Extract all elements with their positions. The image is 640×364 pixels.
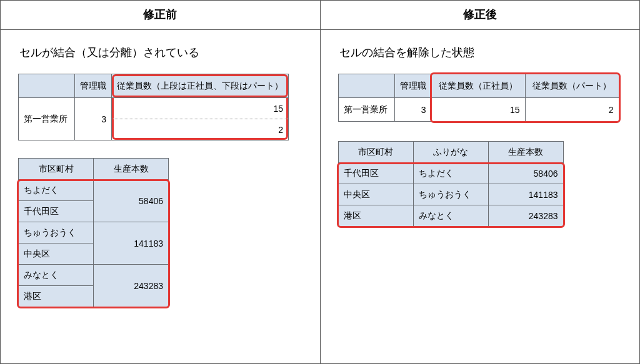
after-body: セルの結合を解除した状態 管理職 従業員数（正社員） 従業員数（パート） 第一営… xyxy=(321,30,640,241)
before-body: セルが結合（又は分離）されている 管理職 従業員数（上段は正社員、下段はパート）… xyxy=(1,30,320,322)
cell-qty-2: 243283 xyxy=(488,205,563,227)
cell-kana-1: ちゅうおうく xyxy=(413,184,488,205)
cell-ward-2: 港区 xyxy=(338,205,413,227)
col-manager: 管理職 xyxy=(394,74,431,98)
col-ward: 市区町村 xyxy=(338,142,413,163)
cell-qty-0: 58406 xyxy=(488,163,563,184)
cell-qty-1: 141183 xyxy=(94,222,169,265)
row-label: 第一営業所 xyxy=(338,98,394,122)
production-table-before-wrap: 市区町村 生産本数 ちよだく58406 千代田区 ちゅうおうく141183 中央… xyxy=(18,158,169,307)
production-table-before: 市区町村 生産本数 ちよだく58406 千代田区 ちゅうおうく141183 中央… xyxy=(18,158,169,307)
production-table-after-wrap: 市区町村 ふりがな 生産本数 千代田区ちよだく58406 中央区ちゅうおうく14… xyxy=(338,141,564,227)
employee-table-after-wrap: 管理職 従業員数（正社員） 従業員数（パート） 第一営業所 3 15 2 xyxy=(338,74,619,122)
before-header: 修正前 xyxy=(1,1,320,30)
col-manager: 管理職 xyxy=(75,74,112,98)
cell-kana-1: ちゅうおうく xyxy=(19,222,94,243)
after-column: 修正後 セルの結合を解除した状態 管理職 従業員数（正社員） 従業員数（パート）… xyxy=(321,1,640,363)
cell-ward-2: 港区 xyxy=(19,286,94,307)
cell-qty-0: 58406 xyxy=(94,180,169,222)
col-ward: 市区町村 xyxy=(19,159,94,180)
row-label: 第一営業所 xyxy=(19,98,75,140)
cell-ward-1: 中央区 xyxy=(19,243,94,265)
col-emp-full: 従業員数（正社員） xyxy=(431,74,525,98)
production-table-after: 市区町村 ふりがな 生産本数 千代田区ちよだく58406 中央区ちゅうおうく14… xyxy=(338,141,564,227)
cell-full: 15 xyxy=(431,98,525,122)
cell-kana-0: ちよだく xyxy=(19,180,94,201)
col-blank xyxy=(19,74,75,98)
cell-manager: 3 xyxy=(75,98,112,140)
col-emp-part: 従業員数（パート） xyxy=(525,74,619,98)
col-kana: ふりがな xyxy=(413,142,488,163)
comparison-page: 修正前 セルが結合（又は分離）されている 管理職 従業員数（上段は正社員、下段は… xyxy=(0,0,640,364)
cell-ward-0: 千代田区 xyxy=(19,201,94,222)
after-header: 修正後 xyxy=(321,1,640,30)
cell-kana-2: みなとく xyxy=(413,205,488,227)
before-description: セルが結合（又は分離）されている xyxy=(19,45,302,60)
col-qty: 生産本数 xyxy=(94,159,169,180)
cell-kana-2: みなとく xyxy=(19,265,94,286)
cell-part: 2 xyxy=(525,98,619,122)
cell-kana-0: ちよだく xyxy=(413,163,488,184)
cell-manager: 3 xyxy=(394,98,431,122)
cell-ward-1: 中央区 xyxy=(338,184,413,205)
cell-emp-lower: 2 xyxy=(112,119,289,140)
employee-table-after: 管理職 従業員数（正社員） 従業員数（パート） 第一営業所 3 15 2 xyxy=(338,74,619,122)
before-column: 修正前 セルが結合（又は分離）されている 管理職 従業員数（上段は正社員、下段は… xyxy=(1,1,321,363)
employee-table-before: 管理職 従業員数（上段は正社員、下段はパート） 第一営業所 3 15 2 xyxy=(18,74,289,140)
cell-ward-0: 千代田区 xyxy=(338,163,413,184)
col-blank xyxy=(338,74,394,98)
col-qty: 生産本数 xyxy=(488,142,563,163)
cell-emp-upper: 15 xyxy=(112,98,289,119)
cell-qty-2: 243283 xyxy=(94,265,169,307)
after-description: セルの結合を解除した状態 xyxy=(339,45,622,60)
col-employees-merged: 従業員数（上段は正社員、下段はパート） xyxy=(112,74,289,98)
cell-qty-1: 141183 xyxy=(488,184,563,205)
